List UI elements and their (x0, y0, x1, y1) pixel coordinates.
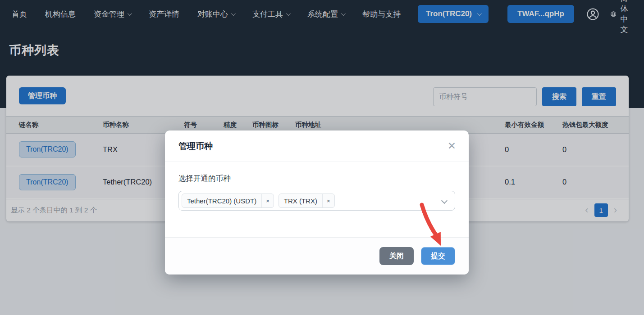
selected-tag-usdt: Tether(TRC20) (USDT) × (182, 194, 274, 208)
selected-tag-trx: TRX (TRX) × (279, 194, 335, 208)
currency-select-label: 选择开通的币种 (178, 174, 455, 184)
modal-title: 管理币种 (178, 140, 213, 152)
tag-label: TRX (TRX) (279, 197, 322, 205)
close-icon[interactable]: ✕ (448, 141, 456, 151)
chevron-down-icon (441, 198, 448, 204)
currency-multiselect[interactable]: Tether(TRC20) (USDT) × TRX (TRX) × (178, 191, 455, 211)
remove-tag-icon[interactable]: × (261, 194, 274, 207)
modal-footer: 关闭 提交 (165, 237, 469, 274)
modal-header: 管理币种 ✕ (165, 130, 469, 162)
modal-body: 选择开通的币种 Tether(TRC20) (USDT) × TRX (TRX)… (165, 162, 469, 211)
tag-label: Tether(TRC20) (USDT) (182, 197, 261, 205)
modal-submit-button[interactable]: 提交 (421, 247, 455, 265)
manage-currency-modal: 管理币种 ✕ 选择开通的币种 Tether(TRC20) (USDT) × TR… (165, 130, 469, 274)
remove-tag-icon[interactable]: × (322, 194, 334, 207)
modal-close-button[interactable]: 关闭 (379, 247, 414, 265)
